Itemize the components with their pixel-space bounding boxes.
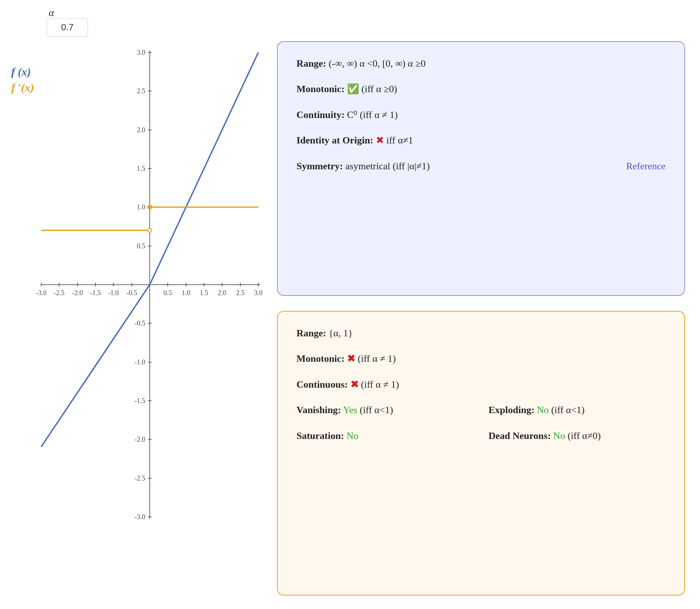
svg-text:-2.5: -2.5 [54, 289, 65, 297]
svg-text:3.0: 3.0 [137, 49, 146, 56]
svg-point-54 [148, 228, 152, 232]
svg-text:1.5: 1.5 [137, 165, 146, 172]
svg-text:1.5: 1.5 [200, 289, 209, 297]
svg-line-51 [150, 52, 258, 285]
monotonic-row: Monotonic: ✅ (iff α ≥0) [296, 82, 666, 96]
reference-link[interactable]: Reference [626, 160, 666, 173]
graph-container: -3.0 -2.5 -2.0 -1.5 -1.0 -0.5 0.5 1.0 1.… [11, 41, 273, 528]
svg-text:-2.5: -2.5 [135, 475, 146, 482]
alpha-label: α [49, 7, 54, 19]
svg-text:-1.0: -1.0 [108, 289, 119, 297]
svg-point-55 [148, 205, 152, 209]
deriv-monotonic-row: Monotonic: ✖ (iff α ≠ 1) [296, 352, 666, 366]
identity-row: Identity at Origin: ✖ iff α≠1 [296, 134, 666, 147]
symmetry-row: Symmetry: asymetrical (iff |α|≠1) Refere… [296, 160, 666, 173]
svg-text:2.0: 2.0 [218, 289, 226, 297]
saturation-cell: Saturation: No [296, 429, 474, 443]
svg-text:-0.5: -0.5 [127, 289, 137, 297]
svg-text:0.5: 0.5 [164, 289, 172, 297]
svg-text:-3.0: -3.0 [135, 513, 146, 521]
svg-text:-0.5: -0.5 [135, 319, 146, 327]
svg-text:-1.5: -1.5 [90, 289, 101, 297]
svg-line-50 [41, 285, 150, 447]
orange-info-box: Range: {α, 1} Monotonic: ✖ (iff α ≠ 1) C… [277, 311, 685, 596]
graph-svg: -3.0 -2.5 -2.0 -1.5 -1.0 -0.5 0.5 1.0 1.… [11, 41, 273, 528]
deriv-range-row: Range: {α, 1} [296, 327, 666, 340]
deriv-vanishing-exploding-row: Vanishing: Yes (iff α<1) Exploding: No (… [296, 403, 666, 417]
svg-text:1.0: 1.0 [137, 203, 146, 211]
svg-text:1.0: 1.0 [182, 289, 191, 297]
svg-text:-1.0: -1.0 [135, 358, 146, 366]
svg-text:2.0: 2.0 [137, 126, 146, 134]
svg-text:-1.5: -1.5 [135, 397, 146, 405]
range-row: Range: (-∞, ∞) α <0, [0, ∞) α ≥0 [296, 57, 666, 70]
svg-text:0.5: 0.5 [137, 242, 146, 250]
svg-text:2.5: 2.5 [137, 87, 146, 95]
svg-text:-2.0: -2.0 [135, 436, 146, 443]
svg-text:-2.0: -2.0 [72, 289, 83, 297]
vanishing-cell: Vanishing: Yes (iff α<1) [296, 403, 474, 417]
alpha-input[interactable] [47, 18, 88, 37]
svg-text:3.0: 3.0 [254, 289, 263, 297]
dead-neurons-cell: Dead Neurons: No (iff α≠0) [489, 429, 666, 443]
continuity-row: Continuity: C⁰ (iff α ≠ 1) [296, 108, 666, 122]
svg-text:2.5: 2.5 [236, 289, 245, 297]
svg-text:-3.0: -3.0 [36, 289, 47, 297]
deriv-continuous-row: Continuous: ✖ (iff α ≠ 1) [296, 378, 666, 391]
blue-info-box: Range: (-∞, ∞) α <0, [0, ∞) α ≥0 Monoton… [277, 41, 685, 296]
exploding-cell: Exploding: No (iff α<1) [489, 403, 666, 417]
deriv-saturation-dead-row: Saturation: No Dead Neurons: No (iff α≠0… [296, 429, 666, 443]
